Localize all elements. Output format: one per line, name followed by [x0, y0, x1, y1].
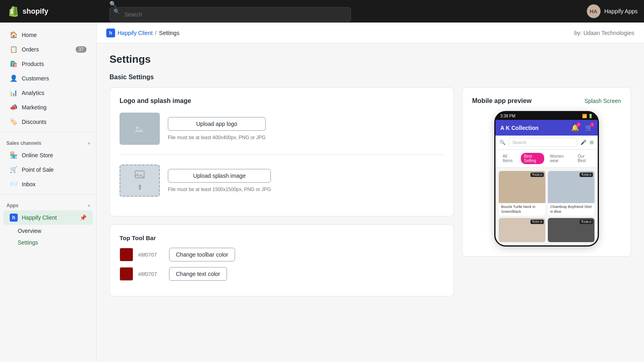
change-text-color-button[interactable]: Change text color: [169, 267, 227, 281]
phone-product-2-price: ₹208.0: [580, 173, 593, 177]
phone-search-bar: 🔍 Search 🎤 ⊞: [495, 136, 598, 150]
search-area[interactable]: 🔍: [109, 1, 351, 22]
logo-image-preview: [120, 113, 160, 145]
orders-icon: 📋: [10, 45, 18, 53]
phone-tab-our-best[interactable]: Our Best: [574, 153, 594, 164]
phone-product-4: ₹198.0: [548, 218, 594, 242]
search-icon: 🔍: [109, 1, 116, 7]
by-text: by: Udaan Technologies: [574, 30, 634, 36]
splash-image-preview: ⬆: [120, 165, 160, 197]
sidebar: 🏠 Home 📋 Orders 37 🛍️ Products 👤 Custome…: [0, 23, 97, 362]
orders-badge: 37: [76, 46, 87, 53]
phone-filter-icon: ⊞: [590, 140, 594, 145]
phone-product-4-price: ₹198.0: [580, 220, 593, 224]
marketing-icon: 📣: [10, 103, 18, 111]
online-store-icon: 🏪: [10, 151, 18, 159]
phone-product-4-img: ₹198.0: [548, 218, 594, 242]
upload-splash-button[interactable]: Upload splash image: [168, 169, 271, 183]
products-icon: 🛍️: [10, 60, 18, 68]
toolbar-color-hex: #8f0707: [138, 252, 164, 258]
page-title: Settings: [109, 53, 631, 66]
breadcrumb-bar: h Happify Client / Settings by: Udaan Te…: [97, 23, 644, 43]
sidebar-item-inbox[interactable]: 📨 Inbox: [3, 177, 93, 191]
sidebar-sub-item-settings[interactable]: Settings: [3, 237, 93, 248]
phone-mockup: 3:38 PM 📶 🔋 A K Collection 🔔2 🛒1: [494, 111, 599, 247]
breadcrumb-parent-link[interactable]: Happify Client: [118, 30, 153, 36]
sidebar-item-customers[interactable]: 👤 Customers: [3, 71, 93, 85]
phone-product-3: ₹257.6: [499, 218, 545, 242]
svg-point-1: [136, 126, 139, 129]
sidebar-item-products[interactable]: 🛍️ Products: [3, 57, 93, 71]
image-placeholder-icon: [132, 121, 148, 137]
toolbar-color-row: #8f0707 Change toolbar color: [120, 248, 444, 261]
phone-product-1: ₹428.0 Boucle Turtle Neck in Green/Black: [499, 171, 545, 216]
text-color-swatch: [120, 267, 133, 281]
sidebar-item-online-store[interactable]: 🏪 Online Store: [3, 148, 93, 162]
splash-placeholder-icon: [134, 169, 146, 181]
breadcrumb-separator: /: [155, 30, 157, 36]
phone-product-2-img: ₹208.0: [548, 171, 594, 203]
phone-product-2-name: Chambray Boyfriend Shirt in Blue: [548, 203, 594, 216]
layout: 🏠 Home 📋 Orders 37 🛍️ Products 👤 Custome…: [0, 23, 644, 362]
left-column: Logo and splash image: [109, 87, 454, 304]
sidebar-sub-item-overview[interactable]: Overview: [3, 225, 93, 237]
sidebar-item-discounts[interactable]: 🏷️ Discounts: [3, 115, 93, 129]
sidebar-item-home[interactable]: 🏠 Home: [3, 28, 93, 42]
sidebar-item-marketing[interactable]: 📣 Marketing: [3, 100, 93, 114]
main-content: h Happify Client / Settings by: Udaan Te…: [97, 23, 644, 362]
apps-section[interactable]: Apps ›: [0, 198, 96, 210]
phone-tabs: All Items Best Selling Women wear Our Be…: [495, 150, 598, 168]
phone-product-1-price: ₹428.0: [530, 173, 544, 177]
sidebar-item-point-of-sale[interactable]: 🛒 Point of Sale: [3, 162, 93, 177]
phone-products-grid: ₹428.0 Boucle Turtle Neck in Green/Black…: [495, 168, 598, 245]
basic-settings-title: Basic Settings: [109, 74, 631, 81]
sidebar-item-analytics[interactable]: 📊 Analytics: [3, 86, 93, 100]
phone-tab-all[interactable]: All Items: [500, 153, 518, 164]
phone-product-2: ₹208.0 Chambray Boyfriend Shirt in Blue: [548, 171, 594, 216]
topbar: shopify 🔍 HA Happify Apps: [0, 0, 644, 23]
sidebar-item-happify-client[interactable]: h Happify Client 📌: [3, 210, 93, 225]
toolbar-card-title: Top Tool Bar: [120, 234, 444, 241]
cart-icon: 🛒1: [585, 124, 593, 132]
toolbar-card: Top Tool Bar #8f0707 Change toolbar colo…: [109, 224, 454, 296]
topbar-right: HA Happify Apps: [587, 4, 638, 18]
phone-app-title: A K Collection: [500, 125, 539, 131]
preview-header: Mobile app preview Splash Screen: [472, 97, 621, 105]
avatar[interactable]: HA: [587, 4, 601, 18]
toolbar-color-swatch: [120, 248, 133, 261]
page-content: Settings Basic Settings Logo and splash …: [97, 43, 644, 314]
logo-splash-card-title: Logo and splash image: [120, 97, 444, 105]
divider-mid: [120, 154, 444, 155]
change-toolbar-color-button[interactable]: Change toolbar color: [169, 248, 235, 261]
two-col-layout: Logo and splash image: [109, 87, 631, 304]
logo-upload-row: Upload app logo File must be at least 40…: [120, 113, 444, 145]
phone-product-3-price: ₹257.6: [530, 220, 544, 224]
sidebar-item-orders[interactable]: 📋 Orders 37: [3, 42, 93, 56]
right-column: Mobile app preview Splash Screen 3:38 PM…: [462, 87, 631, 304]
chevron-right-icon: ›: [88, 140, 90, 146]
logo-upload-info: Upload app logo File must be at least 40…: [168, 117, 266, 140]
phone-status-icons: 📶 🔋: [582, 114, 593, 118]
splash-file-hint: File must be at least 1500x1500px, PNG o…: [168, 187, 271, 192]
phone-product-1-img: ₹428.0: [499, 171, 545, 203]
shopify-logo-icon: [6, 5, 19, 18]
chevron-right-icon-apps: ›: [88, 203, 90, 208]
phone-search-icon: 🔍: [500, 140, 506, 145]
phone-tab-best-selling[interactable]: Best Selling: [521, 153, 544, 164]
preview-title: Mobile app preview: [472, 97, 532, 105]
phone-product-1-name: Boucle Turtle Neck in Green/Black: [499, 203, 545, 216]
upload-logo-button[interactable]: Upload app logo: [168, 117, 266, 131]
home-icon: 🏠: [10, 31, 18, 39]
phone-tab-women[interactable]: Women wear: [547, 153, 572, 164]
happify-icon: h: [10, 214, 18, 222]
logo-area: shopify: [6, 5, 103, 18]
discounts-icon: 🏷️: [10, 118, 18, 125]
splash-screen-link[interactable]: Splash Screen: [584, 98, 621, 104]
sales-channels-section[interactable]: Sales channels ›: [0, 136, 96, 148]
search-input[interactable]: [109, 7, 351, 22]
user-name-label: Happify Apps: [605, 8, 638, 14]
upload-arrow-icon: ⬆: [137, 183, 143, 192]
logo-file-hint: File must be at least 400x400px, PNG or …: [168, 135, 266, 140]
phone-status-bar: 3:38 PM 📶 🔋: [495, 112, 598, 120]
notification-icon: 🔔2: [571, 124, 579, 132]
